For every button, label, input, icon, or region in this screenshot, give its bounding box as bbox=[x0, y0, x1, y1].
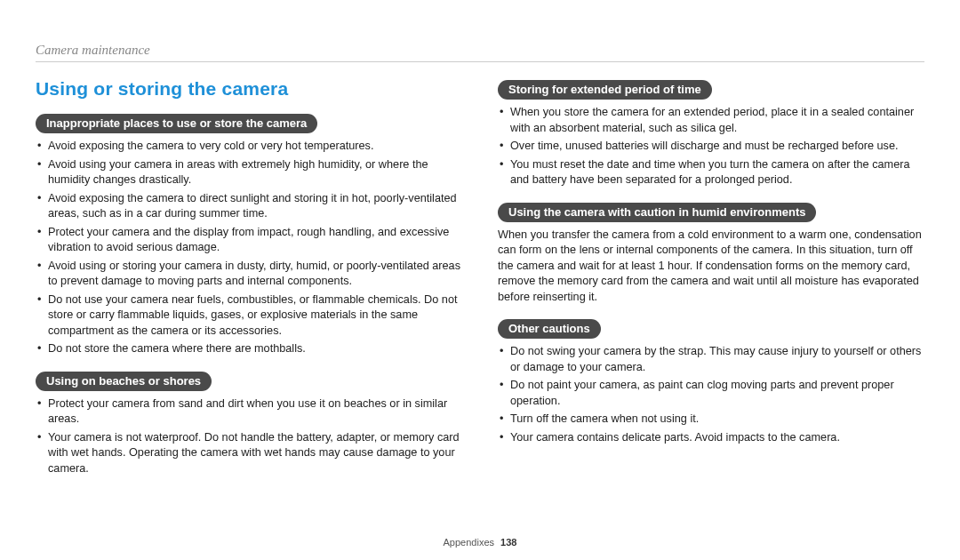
two-column-layout: Using or storing the camera Inappropriat… bbox=[36, 78, 924, 489]
list-item: Avoid exposing the camera to very cold o… bbox=[36, 139, 462, 155]
list-item: Do not use your camera near fuels, combu… bbox=[36, 292, 462, 340]
bullet-list: Avoid exposing the camera to very cold o… bbox=[36, 139, 462, 357]
footer-label: Appendixes bbox=[444, 537, 495, 548]
page-footer: Appendixes 138 bbox=[0, 537, 960, 548]
subheading-pill: Using the camera with caution in humid e… bbox=[498, 203, 816, 222]
list-item: Avoid using your camera in areas with ex… bbox=[36, 157, 462, 188]
list-item: Do not swing your camera by the strap. T… bbox=[498, 344, 924, 375]
bullet-list: When you store the camera for an extende… bbox=[498, 105, 924, 188]
manual-page: Camera maintenance Using or storing the … bbox=[0, 0, 960, 560]
subheading-pill: Storing for extended period of time bbox=[498, 80, 712, 100]
bullet-list: Protect your camera from sand and dirt w… bbox=[36, 396, 462, 477]
left-column: Using or storing the camera Inappropriat… bbox=[36, 78, 462, 489]
subheading-pill: Other cautions bbox=[498, 319, 601, 339]
list-item: Over time, unused batteries will dischar… bbox=[498, 139, 924, 155]
list-item: Protect your camera and the display from… bbox=[36, 225, 462, 256]
list-item: Do not store the camera where there are … bbox=[36, 341, 462, 357]
list-item: Avoid exposing the camera to direct sunl… bbox=[36, 191, 462, 222]
list-item: You must reset the date and time when yo… bbox=[498, 157, 924, 188]
divider bbox=[36, 61, 924, 62]
subheading-pill: Using on beaches or shores bbox=[36, 372, 212, 391]
list-item: Your camera contains delicate parts. Avo… bbox=[498, 430, 924, 446]
breadcrumb: Camera maintenance bbox=[36, 43, 924, 58]
list-item: Avoid using or storing your camera in du… bbox=[36, 259, 462, 290]
section-title: Using or storing the camera bbox=[36, 78, 462, 100]
page-number: 138 bbox=[500, 537, 516, 548]
bullet-list: Do not swing your camera by the strap. T… bbox=[498, 344, 924, 445]
list-item: Protect your camera from sand and dirt w… bbox=[36, 396, 462, 428]
list-item: Turn off the camera when not using it. bbox=[498, 412, 924, 428]
list-item: Your camera is not waterproof. Do not ha… bbox=[36, 430, 462, 477]
subheading-pill: Inappropriate places to use or store the… bbox=[36, 114, 317, 133]
paragraph: When you transfer the camera from a cold… bbox=[498, 228, 924, 306]
list-item: Do not paint your camera, as paint can c… bbox=[498, 378, 924, 409]
right-column: Storing for extended period of time When… bbox=[498, 78, 924, 489]
list-item: When you store the camera for an extende… bbox=[498, 105, 924, 136]
